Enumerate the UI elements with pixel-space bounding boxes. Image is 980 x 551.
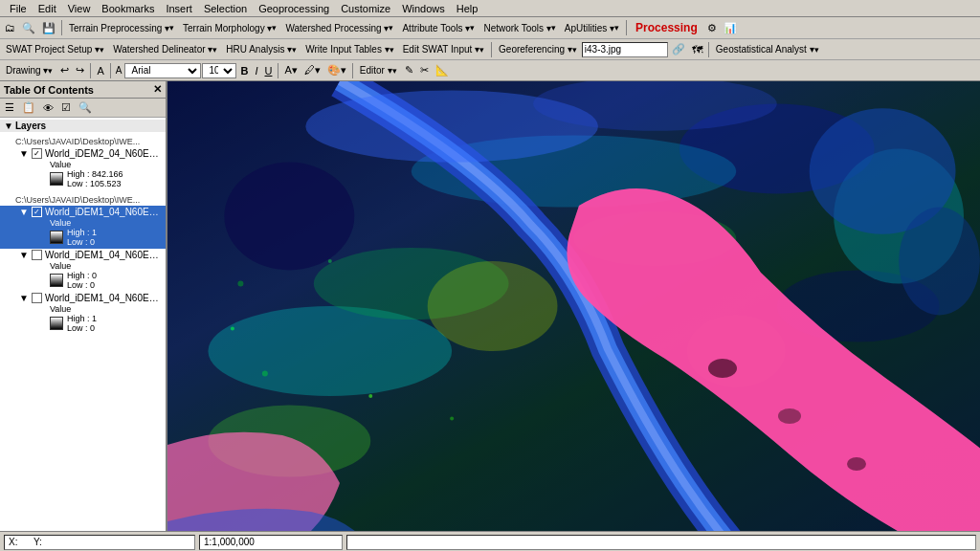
menu-edit[interactable]: Edit: [33, 3, 62, 14]
layer-dem1-c-check[interactable]: [32, 293, 42, 303]
legend-dem1-c-high: High : 1: [67, 314, 97, 323]
fill-btn[interactable]: 🎨▾: [324, 62, 349, 78]
section-1-path: C:\Users\JAVAID\Desktop\IWE...: [0, 136, 166, 147]
menu-help[interactable]: Help: [451, 3, 484, 14]
legend-dem1-sel-low: Low : 0: [67, 237, 97, 247]
legend-dem2-swatch-row: High : 842.166 Low : 105.523: [50, 169, 158, 188]
layers-section: ▼ Layers: [0, 118, 166, 134]
map-area[interactable]: [167, 81, 980, 531]
menu-bookmarks[interactable]: Bookmarks: [96, 3, 160, 14]
edit-icon-1[interactable]: ✎: [402, 62, 416, 78]
svg-point-19: [231, 327, 234, 331]
sep-5: [90, 63, 91, 78]
menu-insert[interactable]: Insert: [160, 3, 198, 14]
status-coords: X: Y:: [4, 535, 195, 550]
legend-dem1-b-label: Value: [50, 261, 158, 271]
drawing-btn[interactable]: Drawing ▾: [2, 63, 56, 77]
legend-dem2-low: Low : 105.523: [67, 179, 123, 188]
legend-dem2-swatch: [50, 172, 63, 186]
georef-file-input[interactable]: [582, 42, 668, 57]
svg-point-18: [899, 208, 980, 316]
edit-icon-2[interactable]: ✂: [417, 62, 432, 78]
toolbar-row-2: SWAT Project Setup ▾ Watershed Delineato…: [0, 38, 980, 59]
layer-dem1-b-check[interactable]: [32, 250, 42, 260]
layer-dem1-c-name: World_iDEM1_04_N60E010: [45, 293, 162, 303]
hru-analysis-btn[interactable]: HRU Analysis ▾: [222, 42, 301, 56]
font-color-btn[interactable]: A▾: [281, 62, 300, 78]
section-2-path: C:\Users\JAVAID\Desktop\IWE...: [0, 194, 166, 206]
toolbar-icon-1[interactable]: 🗂: [2, 20, 18, 35]
toc-vis-icon[interactable]: 👁: [40, 100, 56, 116]
menu-view[interactable]: View: [62, 3, 97, 14]
toc-source-icon[interactable]: 📋: [19, 99, 38, 116]
underline-btn[interactable]: U: [262, 63, 276, 78]
draw-icon-1[interactable]: ↩: [57, 62, 72, 78]
geostatistical-analyst-btn[interactable]: Geostatistical Analyst ▾: [712, 42, 823, 56]
toolbar-icon-2[interactable]: 🔍: [19, 20, 38, 36]
bold-btn[interactable]: B: [237, 63, 251, 78]
watershed-delineator-btn[interactable]: Watershed Delineator ▾: [109, 42, 221, 56]
layer-dem2-check[interactable]: ✓: [32, 148, 42, 159]
sep-2: [626, 20, 627, 35]
layer-dem2-row[interactable]: ▼ ✓ World_iDEM2_04_N60E010: [19, 148, 162, 159]
swat-project-setup-btn[interactable]: SWAT Project Setup ▾: [2, 42, 108, 56]
expand-dem1sel-icon: ▼: [19, 207, 29, 217]
legend-dem1-c: Value High : 1 Low : 0: [19, 303, 162, 334]
highlight-btn[interactable]: 🖊▾: [301, 62, 323, 78]
legend-dem1-c-swatch: [50, 317, 63, 330]
georef-icon-2[interactable]: 🗺: [689, 42, 705, 57]
scale-label: 1:1,000,000: [204, 537, 255, 547]
georeferencing-btn[interactable]: Georeferencing ▾: [495, 42, 581, 56]
menu-customize[interactable]: Customize: [335, 3, 396, 14]
legend-dem1-sel: Value High : 1 Low : 0: [19, 217, 162, 248]
legend-dem1-b-low: Low : 0: [67, 280, 97, 290]
legend-dem2-high: High : 842.166: [67, 169, 123, 179]
layer-dem1-c-row[interactable]: ▼ World_iDEM1_04_N60E010: [19, 293, 162, 303]
sep-6: [110, 63, 111, 78]
menu-geoprocessing[interactable]: Geoprocessing: [253, 3, 335, 14]
legend-dem1-b-swatch-row: High : 0 Low : 0: [50, 271, 158, 290]
processing-status: Processing: [635, 21, 698, 34]
georef-icon-1[interactable]: 🔗: [669, 41, 688, 57]
edit-swat-input-btn[interactable]: Edit SWAT Input ▾: [399, 42, 488, 56]
edit-icon-3[interactable]: 📐: [433, 62, 452, 78]
network-tools-btn[interactable]: Network Tools ▾: [479, 21, 559, 35]
toolbar-icon-3[interactable]: 💾: [39, 20, 58, 36]
layers-root[interactable]: ▼ Layers: [0, 120, 166, 132]
toc-list-icon[interactable]: ☰: [2, 99, 17, 116]
font-label: A: [114, 65, 124, 76]
expand-dem2-icon: ▼: [19, 148, 29, 159]
toolbar-row-1: 🗂 🔍 💾 Terrain Preprocessing ▾ Terrain Mo…: [0, 17, 980, 38]
toolbar-icon-ext[interactable]: ⚙: [704, 20, 720, 36]
toolbar-area: 🗂 🔍 💾 Terrain Preprocessing ▾ Terrain Mo…: [0, 17, 980, 81]
draw-icon-2[interactable]: ↪: [73, 62, 87, 78]
status-projection: [346, 535, 976, 550]
toc-select-icon[interactable]: ☑: [58, 99, 74, 116]
legend-dem1-c-low: Low : 0: [67, 323, 97, 333]
italic-btn[interactable]: I: [252, 63, 260, 78]
menu-selection[interactable]: Selection: [198, 3, 253, 14]
layer-dem1-b-row[interactable]: ▼ World_iDEM1_04_N60E010: [19, 250, 162, 260]
attribute-tools-btn[interactable]: Attribute Tools ▾: [398, 21, 479, 35]
watershed-processing-btn[interactable]: Watershed Processing ▾: [281, 21, 397, 35]
draw-icon-3[interactable]: A: [94, 63, 106, 78]
sep-7: [278, 63, 278, 78]
layer-dem1-sel-row[interactable]: ▼ ✓ World_iDEM1_04_N60E010: [19, 207, 162, 217]
layer-dem1-sel-check[interactable]: ✓: [32, 207, 42, 217]
layer-dem1-sel-name: World_iDEM1_04_N60E010: [45, 207, 162, 217]
toc-section-1: C:\Users\JAVAID\Desktop\IWE... ▼ ✓ World…: [0, 134, 166, 192]
menu-file[interactable]: File: [4, 3, 33, 14]
terrain-morphology-btn[interactable]: Terrain Morphology ▾: [179, 21, 280, 35]
toc-close-btn[interactable]: ✕: [153, 83, 162, 96]
toc-search-icon[interactable]: 🔍: [76, 99, 95, 116]
editor-btn[interactable]: Editor ▾: [356, 63, 401, 77]
font-name-select[interactable]: Arial: [124, 63, 201, 78]
menu-windows[interactable]: Windows: [396, 3, 451, 14]
toc-title: Table Of Contents: [4, 84, 94, 96]
layer-dem2: ▼ ✓ World_iDEM2_04_N60E010 Value High : …: [0, 147, 166, 190]
toolbar-icon-ext2[interactable]: 📊: [721, 20, 740, 36]
font-size-select[interactable]: 10: [202, 63, 236, 78]
write-input-tables-btn[interactable]: Write Input Tables ▾: [301, 42, 397, 56]
aputilities-btn[interactable]: ApUtilities ▾: [561, 21, 623, 35]
terrain-preprocessing-btn[interactable]: Terrain Preprocessing ▾: [65, 21, 178, 35]
